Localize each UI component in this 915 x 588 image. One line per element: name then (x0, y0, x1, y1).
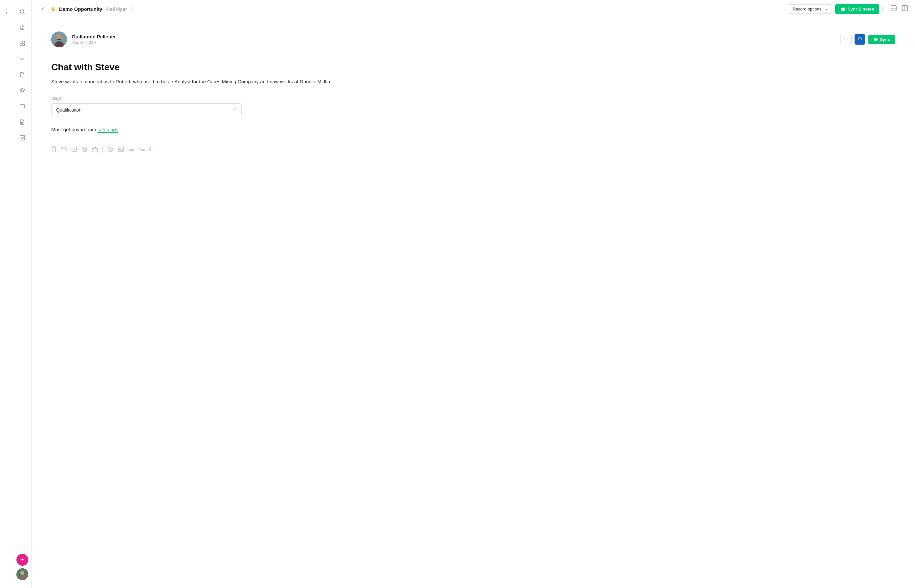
search-icon[interactable] (16, 5, 29, 18)
page-subtitle: Pied Piper (106, 6, 127, 12)
record-options-label: Record options (793, 6, 821, 11)
note-author: Guillaume Pelletier (71, 34, 841, 39)
sidebar-toggle-area (0, 0, 13, 588)
sync-notes-label: Sync 2 notes (848, 6, 874, 11)
stage-select[interactable]: Qualification (51, 103, 241, 116)
note-body: Steve wants to connect us to Robert, who… (51, 78, 895, 86)
bullet-list-toolbar-icon[interactable] (128, 147, 134, 153)
toolbar-divider (102, 147, 103, 153)
upload-toolbar-icon[interactable] (61, 147, 67, 153)
svg-rect-4 (20, 44, 22, 45)
page-icon[interactable] (16, 68, 29, 81)
svg-point-29 (83, 148, 85, 150)
note-body-text-after: Mifflin. (316, 79, 331, 84)
svg-rect-10 (20, 136, 24, 140)
layers-icon[interactable] (16, 84, 29, 97)
help-toolbar-icon[interactable] (107, 146, 113, 153)
svg-rect-3 (23, 41, 24, 43)
note-header: Guillaume Pelletier Dec 31 2019 ··· (51, 31, 895, 54)
briefcase-toolbar-icon[interactable] (92, 147, 98, 153)
add-button[interactable]: + (16, 554, 28, 566)
note-content-area: Guillaume Pelletier Dec 31 2019 ··· (31, 18, 915, 588)
note-title: Chat with Steve (51, 62, 895, 73)
svg-rect-5 (23, 44, 24, 45)
top-header: ♛ Demo Opportunity Pied Piper ☆ Record o… (31, 0, 915, 18)
home-icon[interactable] (16, 21, 29, 34)
note-actions: ··· Sync (841, 34, 895, 45)
numbered-list-toolbar-icon[interactable]: 1. 2. 3. (139, 147, 145, 153)
note-sync-button[interactable]: Sync (868, 35, 895, 44)
svg-point-12 (20, 571, 24, 575)
chevron-down-icon[interactable] (16, 53, 29, 66)
svg-point-26 (874, 38, 878, 41)
left-navigation: + (13, 0, 31, 588)
svg-text:3.: 3. (139, 150, 141, 152)
single-panel-icon[interactable] (890, 5, 897, 13)
note-sync-app-button[interactable] (854, 34, 865, 45)
svg-rect-50 (150, 149, 151, 150)
author-avatar (51, 31, 67, 47)
window-icon[interactable] (16, 100, 29, 113)
record-options-button[interactable]: Record options ··· (788, 4, 832, 14)
sidebar-expand-button[interactable] (0, 6, 13, 20)
sync-notes-button[interactable]: Sync 2 notes (835, 4, 879, 14)
stage-value: Qualification (56, 107, 81, 113)
mention-toolbar-icon[interactable] (81, 146, 87, 153)
svg-point-36 (129, 148, 130, 149)
note-date: Dec 31 2019 (71, 40, 841, 45)
stage-label: Stage (51, 96, 895, 101)
image-toolbar-icon[interactable] (118, 147, 124, 153)
svg-point-21 (56, 34, 62, 40)
svg-point-24 (60, 37, 61, 38)
crown-icon: ♛ (50, 6, 56, 13)
header-right-icons (890, 5, 909, 13)
user-avatar[interactable] (16, 568, 28, 580)
buy-in-text: Must get buy-in from sales ops (51, 127, 895, 132)
header-divider (883, 5, 883, 13)
svg-rect-6 (20, 105, 24, 108)
back-button[interactable] (38, 5, 47, 14)
svg-point-38 (129, 149, 130, 150)
svg-rect-27 (72, 147, 76, 152)
note-meta: Guillaume Pelletier Dec 31 2019 (71, 34, 841, 45)
sales-ops-link[interactable]: sales ops (97, 127, 118, 133)
file-toolbar-icon[interactable] (51, 146, 57, 153)
note-body-text-before: Steve wants to connect us to Robert, who… (51, 79, 300, 84)
svg-point-15 (841, 8, 845, 11)
more-dots-icon: ··· (823, 6, 827, 11)
split-panel-icon[interactable] (901, 5, 909, 13)
checklist-toolbar-icon[interactable] (149, 147, 155, 153)
note-more-button[interactable]: ··· (841, 34, 852, 45)
check-square-icon[interactable] (16, 131, 29, 144)
note-more-dots-icon: ··· (844, 37, 848, 42)
page-title: Demo Opportunity (59, 6, 102, 12)
svg-point-40 (129, 150, 130, 151)
note-sync-label: Sync (880, 37, 890, 42)
buy-in-text-before: Must get buy-in from (51, 127, 97, 132)
svg-line-1 (23, 13, 24, 15)
main-content-area: ♛ Demo Opportunity Pied Piper ☆ Record o… (31, 0, 915, 588)
svg-point-33 (110, 150, 111, 151)
svg-point-0 (20, 10, 24, 13)
grid-icon[interactable] (16, 37, 29, 50)
chevron-down-icon (232, 107, 237, 113)
favorite-star-icon[interactable]: ☆ (130, 6, 134, 12)
document-icon[interactable] (16, 115, 29, 129)
svg-rect-2 (20, 41, 22, 43)
svg-point-23 (57, 37, 58, 38)
checkbox-toolbar-icon[interactable] (71, 147, 77, 153)
svg-point-28 (82, 147, 87, 152)
note-body-underline: Dunder (300, 79, 316, 84)
editor-toolbar: 1. 2. 3. (51, 143, 895, 157)
stage-field: Stage Qualification (51, 96, 895, 116)
